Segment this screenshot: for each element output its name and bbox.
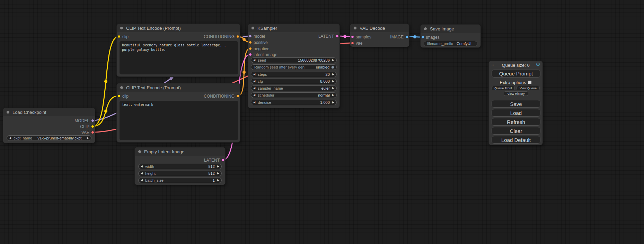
decrement-icon[interactable]: ◀ [253, 57, 255, 63]
decrement-icon[interactable]: ◀ [141, 164, 143, 169]
prev-value-icon[interactable]: ◀ [253, 92, 255, 98]
increment-icon[interactable]: ▶ [217, 164, 219, 169]
node-clip-text-encode-negative[interactable]: CLIP Text Encode (Prompt) clip CONDITION… [116, 83, 240, 143]
collapse-toggle-icon[interactable] [138, 150, 141, 153]
node-header[interactable]: KSampler [248, 24, 339, 32]
node-clip-text-encode-positive[interactable]: CLIP Text Encode (Prompt) clip CONDITION… [116, 24, 240, 77]
input-label-vae: vae [356, 41, 362, 46]
next-value-icon[interactable]: ▶ [87, 135, 89, 141]
widget-seed[interactable]: ◀ seed 156680208700286 ▶ [251, 57, 337, 63]
increment-icon[interactable]: ▶ [217, 178, 219, 183]
widget-sampler-name[interactable]: ◀ sampler_name euler ▶ [251, 85, 337, 91]
widget-cfg[interactable]: ◀ cfg 8.000 ▶ [251, 79, 337, 84]
widget-value: euler [321, 86, 329, 90]
queue-prompt-button[interactable]: Queue Prompt [492, 70, 540, 78]
decrement-icon[interactable]: ◀ [253, 100, 255, 105]
node-header[interactable]: CLIP Text Encode (Prompt) [117, 24, 240, 32]
widget-value: 512 [208, 171, 214, 175]
widget-batch-size[interactable]: ◀ batch_size 1 ▶ [138, 178, 222, 183]
collapse-toggle-icon[interactable] [424, 27, 427, 30]
input-slot-negative[interactable] [249, 47, 252, 50]
widget-height[interactable]: ◀ height 512 ▶ [138, 171, 222, 176]
node-title: CLIP Text Encode (Prompt) [126, 26, 181, 31]
load-button[interactable]: Load [492, 109, 540, 117]
save-button[interactable]: Save [492, 100, 540, 108]
node-save-image[interactable]: Save Image images filename_prefix ComfyU… [420, 24, 481, 48]
node-ksampler[interactable]: KSampler model positive negative latent_… [248, 24, 340, 108]
prev-value-icon[interactable]: ◀ [253, 85, 255, 91]
collapse-toggle-icon[interactable] [120, 86, 123, 89]
view-queue-button[interactable]: View Queue [517, 86, 540, 90]
node-load-checkpoint[interactable]: Load Checkpoint MODEL CLIP VAE ◀ ckpt_na… [3, 108, 95, 143]
output-label-conditioning: CONDITIONING [204, 94, 235, 99]
refresh-button[interactable]: Refresh [492, 118, 540, 126]
input-slot-images[interactable] [421, 36, 424, 39]
widget-label: steps [258, 72, 267, 76]
collapse-toggle-icon[interactable] [120, 26, 123, 30]
decrement-icon[interactable]: ◀ [141, 171, 143, 176]
prev-value-icon[interactable]: ◀ [9, 135, 11, 141]
decrement-icon[interactable]: ◀ [253, 72, 255, 77]
output-slot-latent[interactable] [221, 159, 224, 162]
output-slot-conditioning[interactable] [236, 94, 239, 98]
input-slot-samples[interactable] [351, 35, 354, 38]
widget-denoise[interactable]: ◀ denoise 1.000 ▶ [251, 100, 337, 105]
node-title: KSampler [257, 26, 277, 31]
extra-options-label: Extra options [500, 80, 526, 85]
extra-options-checkbox[interactable] [528, 81, 531, 84]
output-slot-model[interactable] [91, 119, 94, 122]
increment-icon[interactable]: ▶ [332, 79, 334, 84]
input-slot-clip[interactable] [117, 35, 121, 38]
node-title: Save Image [430, 26, 454, 31]
view-history-button[interactable]: View History [504, 91, 528, 96]
output-slot-clip[interactable] [91, 125, 94, 128]
node-header[interactable]: Save Image [421, 25, 480, 33]
input-slot-vae[interactable] [351, 42, 354, 45]
prompt-text-input[interactable]: beautiful scenery nature glass bottle la… [120, 41, 238, 74]
prompt-text-input[interactable]: text, watermark [120, 101, 238, 140]
output-slot-latent[interactable] [336, 35, 339, 38]
input-slot-clip[interactable] [117, 94, 121, 98]
node-empty-latent-image[interactable]: Empty Latent Image LATENT ◀ width 512 ▶ … [134, 147, 226, 185]
widget-value: ComfyUI [453, 42, 475, 46]
widget-value: 1 [213, 178, 215, 182]
widget-ckpt-name[interactable]: ◀ ckpt_name v1-5-pruned-emaonly.ckpt ▶ [7, 135, 91, 141]
input-slot-positive[interactable] [249, 41, 252, 44]
widget-value: 8.000 [320, 79, 330, 83]
widget-steps[interactable]: ◀ steps 20 ▶ [251, 72, 337, 77]
widget-filename-prefix[interactable]: filename_prefix ComfyUI [424, 41, 477, 46]
node-vae-decode[interactable]: VAE Decode samples vae IMAGE [350, 24, 409, 47]
increment-icon[interactable]: ▶ [332, 100, 334, 105]
node-header[interactable]: CLIP Text Encode (Prompt) [117, 83, 240, 92]
next-value-icon[interactable]: ▶ [332, 85, 334, 91]
input-slot-latent-image[interactable] [249, 53, 252, 56]
increment-icon[interactable]: ▶ [332, 57, 334, 63]
input-slot-model[interactable] [249, 35, 252, 38]
widget-label: filename_prefix [427, 42, 453, 46]
node-header[interactable]: Load Checkpoint [3, 108, 95, 116]
collapse-toggle-icon[interactable] [6, 110, 10, 114]
decrement-icon[interactable]: ◀ [141, 178, 143, 183]
load-default-button[interactable]: Load Default [492, 136, 540, 144]
decrement-icon[interactable]: ◀ [253, 79, 255, 84]
output-slot-image[interactable] [405, 35, 408, 38]
output-slot-vae[interactable] [91, 131, 94, 134]
queue-front-button[interactable]: Queue Front [492, 86, 515, 90]
widget-random-seed-toggle[interactable]: Random seed after every gen enabled [251, 64, 337, 70]
collapse-toggle-icon[interactable] [353, 26, 357, 30]
widget-width[interactable]: ◀ width 512 ▶ [138, 164, 222, 169]
node-header[interactable]: VAE Decode [350, 24, 409, 32]
widget-value: v1-5-pruned-emaonly.ckpt [32, 136, 87, 140]
graph-canvas[interactable]: Load Checkpoint MODEL CLIP VAE ◀ ckpt_na… [0, 0, 644, 244]
input-label-model: model [254, 34, 265, 39]
node-header[interactable]: Empty Latent Image [135, 147, 225, 156]
collapse-toggle-icon[interactable] [251, 26, 255, 30]
output-slot-conditioning[interactable] [236, 35, 239, 38]
next-value-icon[interactable]: ▶ [332, 92, 334, 98]
increment-icon[interactable]: ▶ [217, 171, 219, 176]
increment-icon[interactable]: ▶ [332, 72, 334, 77]
widget-label: Random seed after every gen [254, 65, 305, 69]
clear-button[interactable]: Clear [492, 127, 540, 135]
widget-scheduler[interactable]: ◀ scheduler normal ▶ [251, 92, 337, 98]
settings-gear-icon[interactable]: ⚙ [536, 61, 540, 67]
